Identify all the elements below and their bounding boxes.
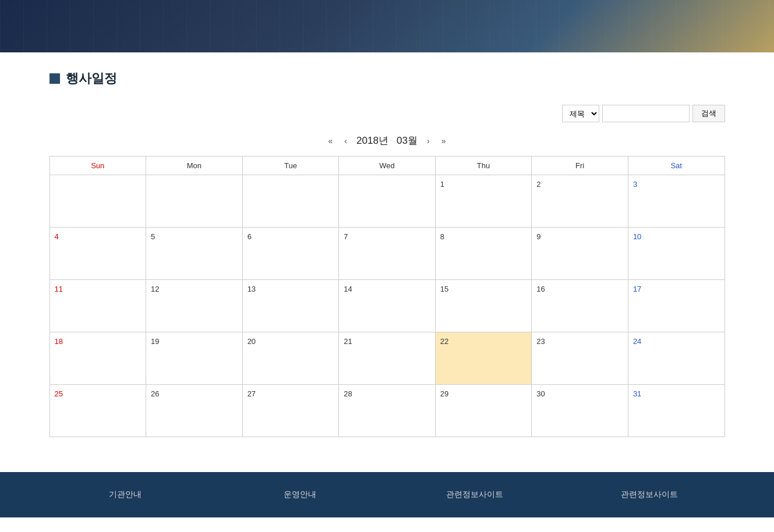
day-number: 30 [536, 389, 545, 398]
search-select[interactable]: 제목 내용 [562, 105, 599, 122]
calendar-day-cell[interactable]: 28 [339, 385, 436, 437]
calendar-day-cell[interactable]: 17 [628, 280, 724, 332]
search-bar: 제목 내용 검색 [50, 105, 725, 122]
footer-section-2[interactable]: 관련정보사이트 [387, 490, 562, 500]
calendar-week-row-2: 11121314151617 [50, 280, 724, 332]
calendar-day-cell[interactable]: 0 [146, 175, 243, 228]
banner-overlay [0, 0, 774, 52]
calendar-day-cell[interactable]: 16 [532, 280, 628, 332]
day-number: 17 [633, 285, 641, 293]
calendar-day-cell[interactable]: 5 [146, 228, 243, 280]
calendar-day-cell[interactable]: 22 [435, 332, 532, 385]
day-number: 27 [248, 389, 256, 398]
search-input[interactable] [602, 105, 690, 122]
calendar-day-cell[interactable]: 14 [339, 280, 436, 332]
day-number: 8 [440, 232, 444, 241]
calendar-day-cell[interactable]: 15 [435, 280, 532, 332]
calendar-title: 2018년 03월 [356, 134, 418, 147]
day-number: 10 [633, 232, 641, 241]
calendar-day-cell[interactable]: 11 [50, 280, 146, 332]
col-header-sun: Sun [50, 157, 146, 175]
page-title: 행사일정 [66, 70, 117, 87]
cal-month: 03 [397, 135, 408, 146]
day-number: 15 [440, 285, 448, 293]
footer: 기관안내운영안내관련정보사이트관련정보사이트 [0, 472, 774, 517]
calendar-day-cell[interactable]: 21 [339, 332, 436, 385]
footer-section-1[interactable]: 운영안내 [213, 490, 387, 500]
calendar-day-cell[interactable]: 19 [146, 332, 243, 385]
day-number: 9 [536, 232, 540, 241]
calendar-day-cell[interactable]: 1 [435, 175, 532, 228]
calendar-week-row-0: 0000123 [50, 175, 724, 228]
col-header-sat: Sat [628, 157, 724, 175]
header-banner [0, 0, 774, 52]
calendar-day-cell[interactable]: 2 [532, 175, 628, 228]
calendar-day-cell[interactable]: 0 [339, 175, 436, 228]
calendar-day-cell[interactable]: 13 [242, 280, 339, 332]
calendar-day-cell[interactable]: 10 [628, 228, 724, 280]
col-header-fri: Fri [532, 157, 628, 175]
day-number: 23 [536, 337, 545, 346]
calendar-day-cell[interactable]: 18 [50, 332, 146, 385]
col-header-tue: Tue [242, 157, 339, 175]
calendar-day-cell[interactable]: 0 [50, 175, 146, 228]
day-number: 4 [55, 232, 59, 241]
search-button[interactable]: 검색 [692, 105, 725, 122]
calendar-day-cell[interactable]: 25 [50, 385, 146, 437]
calendar-day-cell[interactable]: 0 [242, 175, 339, 228]
day-number: 21 [344, 337, 352, 346]
day-number: 18 [55, 337, 63, 346]
page-title-wrap: 행사일정 [50, 70, 725, 87]
calendar-day-cell[interactable]: 29 [435, 385, 532, 437]
calendar-week-row-1: 45678910 [50, 228, 724, 280]
day-number: 19 [151, 337, 159, 346]
footer-section-3[interactable]: 관련정보사이트 [562, 490, 737, 500]
calendar-day-cell[interactable]: 31 [628, 385, 724, 437]
day-number: 26 [151, 389, 159, 398]
footer-section-0[interactable]: 기관안내 [38, 490, 213, 500]
calendar-day-cell[interactable]: 24 [628, 332, 724, 385]
cal-year-label: 년 [379, 135, 388, 146]
day-number: 13 [248, 285, 256, 293]
calendar-day-cell[interactable]: 6 [242, 228, 339, 280]
calendar-week-row-4: 25262728293031 [50, 385, 724, 437]
day-number: 2 [536, 180, 540, 189]
calendar-header-row: Sun Mon Tue Wed Thu Fri Sat [50, 157, 724, 175]
calendar-day-cell[interactable]: 27 [242, 385, 339, 437]
day-number: 5 [151, 232, 155, 241]
day-number: 3 [633, 180, 637, 189]
calendar-day-cell[interactable]: 4 [50, 228, 146, 280]
next-button[interactable]: › [425, 135, 432, 147]
day-number: 6 [248, 232, 252, 241]
day-number: 24 [633, 337, 641, 346]
day-number: 12 [151, 285, 159, 293]
calendar-nav: « ‹ 2018년 03월 › » [50, 134, 725, 147]
calendar-day-cell[interactable]: 26 [146, 385, 243, 437]
day-number: 28 [344, 389, 352, 398]
day-number: 14 [344, 285, 352, 293]
page-title-icon [50, 73, 60, 84]
last-next-button[interactable]: » [439, 135, 448, 147]
calendar-week-row-3: 18192021222324 [50, 332, 724, 385]
calendar-table: Sun Mon Tue Wed Thu Fri Sat 000012345678… [50, 156, 725, 437]
calendar-day-cell[interactable]: 20 [242, 332, 339, 385]
first-prev-button[interactable]: « [326, 135, 335, 147]
calendar-day-cell[interactable]: 7 [339, 228, 436, 280]
col-header-mon: Mon [146, 157, 243, 175]
calendar-day-cell[interactable]: 9 [532, 228, 628, 280]
calendar-day-cell[interactable]: 12 [146, 280, 243, 332]
day-number: 16 [536, 285, 545, 293]
day-number: 29 [440, 389, 448, 398]
day-number: 7 [344, 232, 348, 241]
calendar-day-cell[interactable]: 23 [532, 332, 628, 385]
calendar-day-cell[interactable]: 8 [435, 228, 532, 280]
day-number: 20 [248, 337, 256, 346]
col-header-wed: Wed [339, 157, 436, 175]
calendar-day-cell[interactable]: 30 [532, 385, 628, 437]
main-content: 행사일정 제목 내용 검색 « ‹ 2018년 03월 › » Sun Mon … [38, 52, 737, 472]
day-number: 31 [633, 389, 641, 398]
prev-button[interactable]: ‹ [342, 135, 349, 147]
calendar-day-cell[interactable]: 3 [628, 175, 724, 228]
cal-year: 2018 [356, 135, 379, 146]
cal-month-label: 월 [408, 135, 418, 146]
